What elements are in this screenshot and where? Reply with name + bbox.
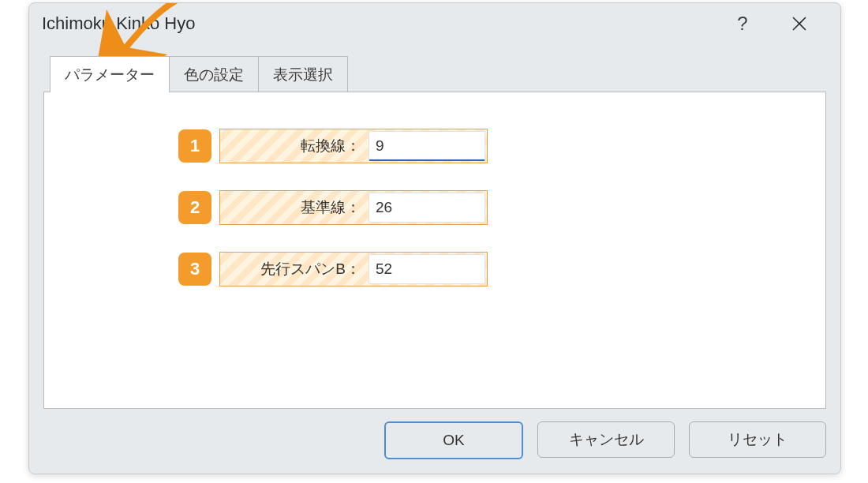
help-button[interactable]: ?	[714, 3, 771, 44]
callout-highlight: 基準線：	[219, 190, 488, 225]
tabstrip: パラメーター 色の設定 表示選択	[43, 54, 826, 92]
param-input-wrap-senkou-b	[369, 254, 485, 284]
param-input-kijun[interactable]	[369, 193, 485, 222]
param-row-tenkan: 1 転換線：	[178, 129, 488, 163]
callout-highlight: 先行スパンB：	[219, 252, 488, 286]
tab-panel-parameters: 1 転換線： 2 基準線： 3	[43, 92, 826, 409]
callout-badge-1: 1	[178, 129, 211, 163]
param-label-kijun: 基準線：	[222, 193, 369, 223]
tab-label: 表示選択	[273, 66, 333, 83]
titlebar: Ichimoku Kinko Hyo ?	[29, 3, 840, 44]
callout-highlight: 転換線：	[219, 129, 488, 163]
tab-colors[interactable]: 色の設定	[169, 56, 259, 92]
callout-badge-3: 3	[178, 253, 211, 286]
tab-label: 色の設定	[184, 66, 244, 83]
tab-label: パラメーター	[65, 66, 155, 83]
param-input-senkou-b[interactable]	[369, 255, 485, 283]
client-area: パラメーター 色の設定 表示選択 1 転換線： 2	[43, 54, 826, 459]
dialog-window: Ichimoku Kinko Hyo ? パラメーター 色の設定 表示選択 1	[28, 2, 841, 474]
param-input-wrap-tenkan	[369, 131, 485, 161]
ok-button[interactable]: OK	[384, 421, 523, 459]
button-label: キャンセル	[569, 429, 644, 450]
button-label: OK	[443, 432, 464, 449]
param-row-senkou-b: 3 先行スパンB：	[178, 252, 488, 286]
tab-parameters[interactable]: パラメーター	[50, 56, 170, 92]
dialog-buttons: OK キャンセル リセット	[384, 421, 826, 459]
window-title: Ichimoku Kinko Hyo	[42, 13, 714, 34]
button-label: リセット	[728, 429, 788, 450]
close-button[interactable]	[771, 3, 828, 44]
param-row-kijun: 2 基準線：	[178, 190, 488, 225]
callout-badge-2: 2	[178, 191, 211, 224]
tab-display[interactable]: 表示選択	[258, 56, 348, 92]
param-input-wrap-kijun	[369, 193, 485, 223]
reset-button[interactable]: リセット	[689, 421, 826, 458]
param-label-senkou-b: 先行スパンB：	[222, 254, 369, 284]
param-label-tenkan: 転換線：	[222, 131, 369, 161]
param-input-tenkan[interactable]	[369, 132, 485, 160]
close-icon	[791, 16, 807, 32]
cancel-button[interactable]: キャンセル	[537, 421, 675, 458]
